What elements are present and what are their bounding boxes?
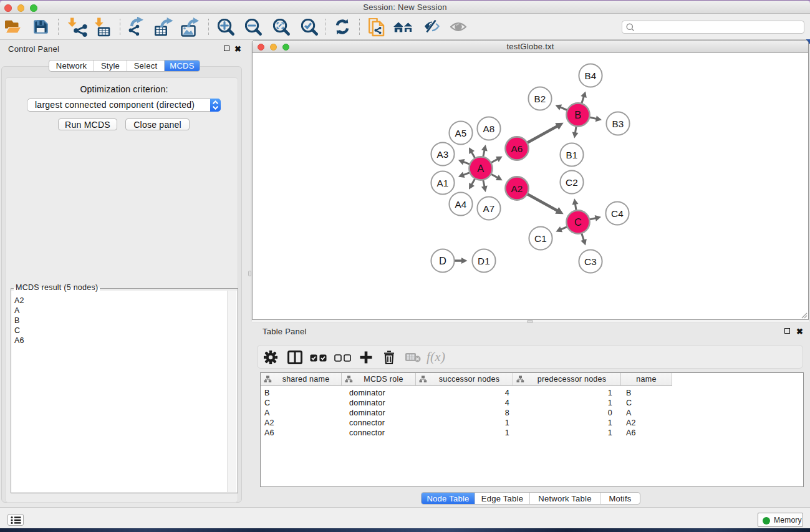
svg-text:C1: C1 — [534, 233, 547, 244]
svg-text:A8: A8 — [483, 123, 494, 134]
svg-text:A3: A3 — [436, 149, 448, 160]
svg-text:A6: A6 — [511, 143, 523, 154]
svg-text:A: A — [477, 163, 484, 174]
svg-text:A1: A1 — [436, 178, 448, 188]
svg-text:B3: B3 — [612, 118, 624, 129]
svg-text:B1: B1 — [566, 150, 577, 160]
svg-text:A4: A4 — [455, 199, 466, 210]
svg-text:A5: A5 — [455, 128, 466, 138]
svg-text:C4: C4 — [611, 208, 624, 219]
svg-text:A2: A2 — [511, 183, 523, 194]
svg-text:D1: D1 — [478, 256, 490, 266]
svg-text:C: C — [574, 216, 582, 228]
svg-text:B: B — [574, 109, 581, 120]
svg-text:C2: C2 — [566, 177, 578, 188]
svg-text:B4: B4 — [584, 70, 596, 81]
svg-text:D: D — [439, 255, 446, 266]
svg-text:C3: C3 — [584, 256, 597, 267]
svg-text:A7: A7 — [483, 203, 494, 214]
svg-text:B2: B2 — [534, 94, 546, 104]
